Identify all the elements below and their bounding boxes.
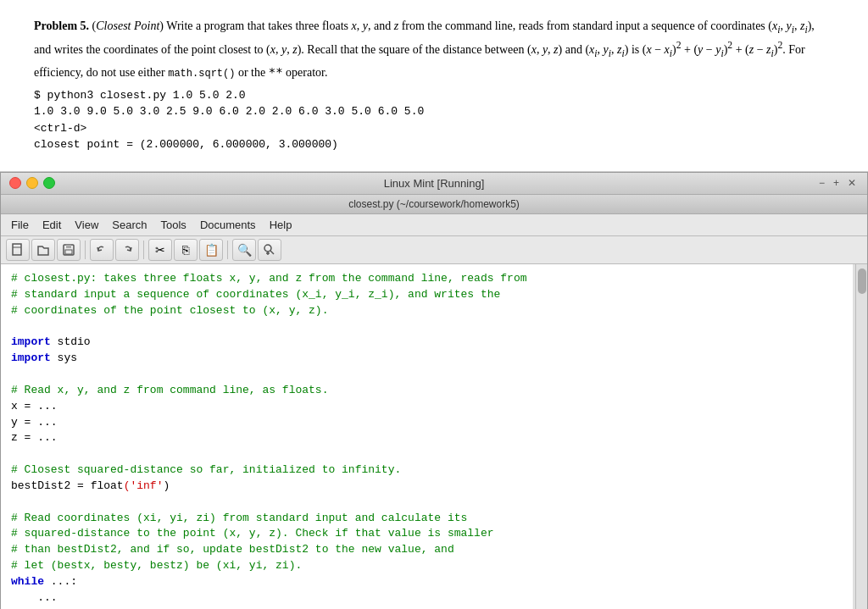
gedit-title: closest.py (~/coursework/homework5) [348, 198, 520, 210]
code-line-9: x = ... [11, 399, 843, 415]
code-editor[interactable]: # closest.py: takes three floats x, y, a… [1, 264, 855, 609]
code-line-13: # Closest squared-distance so far, initi… [11, 462, 843, 479]
menu-view[interactable]: View [68, 216, 105, 234]
code-line-6: import sys [11, 351, 843, 367]
toolbar-sep3 [227, 241, 228, 259]
window-btns-right[interactable]: − + ✕ [816, 177, 859, 189]
vertical-scrollbar[interactable] [855, 264, 867, 609]
code-line-4 [11, 319, 843, 335]
menu-help[interactable]: Help [263, 216, 299, 234]
scrollbar-thumb[interactable] [858, 269, 866, 294]
menu-file[interactable]: File [4, 216, 36, 234]
undo-button[interactable] [90, 239, 114, 261]
code-line-5: import stdio [11, 335, 843, 351]
window-controls[interactable] [9, 177, 55, 189]
code-line-2: # standard input a sequence of coordinat… [11, 287, 843, 303]
svg-rect-4 [65, 250, 72, 254]
toolbar: ✂ ⎘ 📋 🔍 [1, 236, 867, 264]
code-line-11: z = ... [11, 430, 843, 446]
code-example-line2: 1.0 3.0 9.0 5.0 3.0 2.5 9.0 6.0 2.0 2.0 … [34, 103, 834, 120]
save-button[interactable] [57, 239, 81, 261]
redo-button[interactable] [115, 239, 139, 261]
menu-search[interactable]: Search [105, 216, 153, 234]
code-example-line4: closest point = (2.000000, 6.000000, 3.0… [34, 136, 834, 153]
menu-edit[interactable]: Edit [36, 216, 68, 234]
vm-titlebar: Linux Mint [Running] − + ✕ [1, 173, 867, 195]
code-example-line1: $ python3 closest.py 1.0 5.0 2.0 [34, 87, 834, 104]
open-button[interactable] [31, 239, 55, 261]
code-line-10: y = ... [11, 415, 843, 431]
svg-rect-3 [66, 245, 71, 248]
menu-bar: File Edit View Search Tools Documents He… [1, 214, 867, 236]
code-line-15 [11, 495, 843, 511]
svg-point-5 [264, 245, 271, 252]
vm-restore-btn[interactable]: + [831, 177, 842, 189]
code-example: $ python3 closest.py 1.0 5.0 2.0 1.0 3.0… [34, 87, 834, 153]
vm-minimize-btn[interactable]: − [816, 177, 827, 189]
code-line-20: while ...: [11, 574, 843, 590]
sqrt-function: math.sqrt() [168, 68, 235, 80]
gedit-titlebar: closest.py (~/coursework/homework5) [1, 195, 867, 214]
new-button[interactable] [6, 239, 30, 261]
cut-button[interactable]: ✂ [148, 239, 172, 261]
code-line-17: # squared-distance to the point (x, y, z… [11, 526, 843, 542]
code-line-14: bestDist2 = float('inf') [11, 479, 843, 495]
find-replace-button[interactable] [258, 239, 281, 261]
paste-button[interactable]: 📋 [199, 239, 223, 261]
problem-label: Problem 5. [34, 19, 89, 32]
maximize-button[interactable] [43, 177, 55, 189]
code-line-12 [11, 446, 843, 462]
minimize-button[interactable] [26, 177, 38, 189]
code-line-8: # Read x, y, and z from command line, as… [11, 383, 843, 399]
editor-container: # closest.py: takes three floats x, y, a… [1, 264, 867, 609]
close-button[interactable] [9, 177, 21, 189]
copy-button[interactable]: ⎘ [174, 239, 198, 261]
vm-window: Linux Mint [Running] − + ✕ closest.py (~… [0, 172, 868, 609]
svg-line-6 [270, 251, 274, 254]
svg-rect-0 [13, 244, 21, 255]
code-line-3: # coordinates of the point closest to (x… [11, 303, 843, 319]
code-line-19: # let (bestx, besty, bestz) be (xi, yi, … [11, 558, 843, 574]
vm-close-btn[interactable]: ✕ [845, 177, 859, 189]
problem-statement: Problem 5. (Closest Point) Write a progr… [0, 0, 868, 172]
menu-tools[interactable]: Tools [154, 216, 193, 234]
code-example-line3: <ctrl-d> [34, 120, 834, 137]
code-line-21: ... [11, 590, 843, 606]
find-button[interactable]: 🔍 [232, 239, 256, 261]
menu-documents[interactable]: Documents [193, 216, 263, 234]
code-line-16: # Read coordinates (xi, yi, zi) from sta… [11, 511, 843, 527]
toolbar-sep1 [85, 241, 86, 259]
toolbar-sep2 [143, 241, 144, 259]
problem-title: Closest Point [96, 19, 159, 32]
code-line-7 [11, 367, 843, 383]
code-line-1: # closest.py: takes three floats x, y, a… [11, 271, 843, 287]
vm-title: Linux Mint [Running] [384, 177, 485, 190]
code-line-18: # than bestDist2, and if so, update best… [11, 542, 843, 558]
